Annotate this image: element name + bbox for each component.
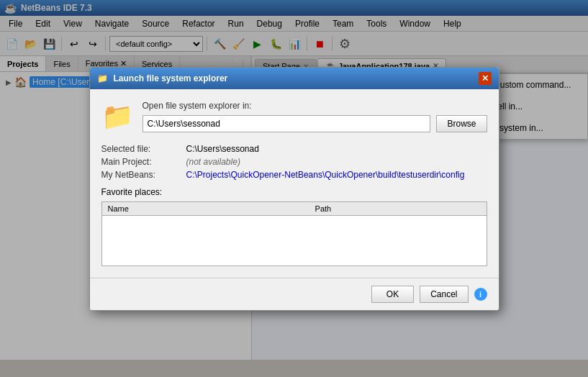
info-grid: Selected file: C:\Users\sessonad Main Pr…	[101, 144, 487, 180]
my-netbeans-value[interactable]: C:\Projects\QuickOpener-NetBeans\QuickOp…	[186, 170, 487, 180]
col-name: Name	[101, 201, 309, 215]
favorite-places-label: Favorite places:	[101, 187, 487, 197]
modal-overlay: 📁 Launch file system explorer ✕ 📁 Open f…	[0, 0, 588, 377]
favorite-table: Name Path	[101, 201, 487, 266]
modal-body: 📁 Open file system explorer in: Browse S…	[90, 89, 499, 278]
modal-title-text: Launch file system explorer	[114, 73, 228, 83]
path-input-row: Browse	[143, 115, 487, 132]
browse-btn[interactable]: Browse	[436, 115, 487, 132]
selected-file-label: Selected file:	[101, 144, 181, 154]
ok-btn[interactable]: OK	[371, 286, 414, 303]
empty-row	[101, 215, 487, 265]
modal-top-content: Open file system explorer in: Browse	[143, 101, 487, 132]
modal-top-section: 📁 Open file system explorer in: Browse	[101, 101, 487, 132]
open-label: Open file system explorer in:	[143, 101, 487, 111]
modal-close-btn[interactable]: ✕	[479, 72, 492, 85]
launch-filesystem-dialog: 📁 Launch file system explorer ✕ 📁 Open f…	[89, 67, 499, 311]
modal-footer: OK Cancel i	[90, 278, 499, 310]
favorite-section: Favorite places: Name Path	[101, 187, 487, 266]
main-project-label: Main Project:	[101, 157, 181, 167]
cancel-btn[interactable]: Cancel	[420, 286, 468, 303]
path-input[interactable]	[143, 115, 431, 132]
info-btn[interactable]: i	[474, 288, 487, 301]
folder-big-icon: 📁	[101, 101, 134, 132]
selected-file-value: C:\Users\sessonad	[186, 144, 487, 154]
my-netbeans-label: My NetBeans:	[101, 170, 181, 180]
col-path: Path	[309, 201, 487, 215]
main-project-value: (not available)	[186, 157, 487, 167]
modal-title-icon: 📁	[97, 73, 108, 83]
modal-title-bar: 📁 Launch file system explorer ✕	[90, 68, 499, 89]
